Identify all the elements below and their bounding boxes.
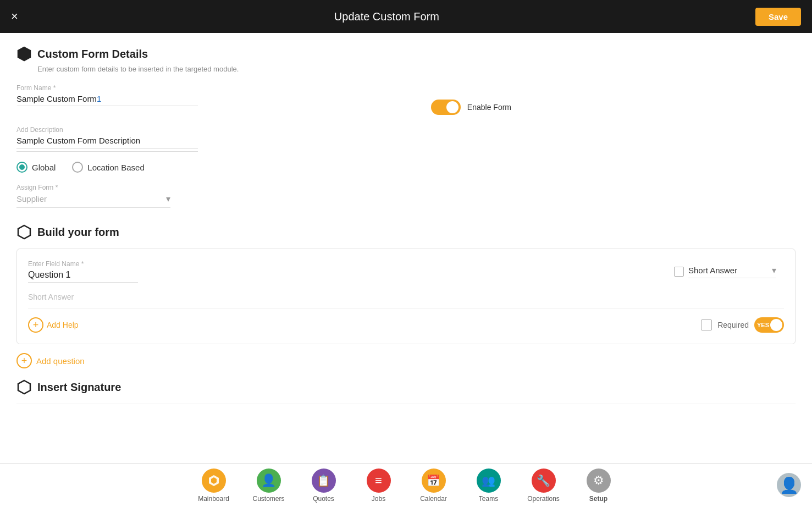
form-name-number: 1 bbox=[97, 94, 101, 103]
nav-label-operations: Operations bbox=[527, 495, 560, 503]
location-radio-group: Global Location Based bbox=[16, 162, 796, 173]
question-top-row: Enter Field Name * Short Answer ▾ bbox=[28, 260, 784, 283]
svg-marker-2 bbox=[18, 381, 30, 394]
user-avatar[interactable]: 👤 bbox=[777, 473, 801, 497]
setup-icon: ⚙ bbox=[587, 469, 611, 493]
nav-label-customers: Customers bbox=[252, 495, 284, 503]
assign-form-group: Assign Form * Supplier ▾ bbox=[16, 184, 796, 208]
customers-icon: 👤 bbox=[257, 469, 281, 493]
mainboard-icon bbox=[202, 469, 226, 493]
add-question-row[interactable]: + Add question bbox=[16, 353, 796, 368]
jobs-icon: ≡ bbox=[367, 469, 391, 493]
question-bottom-row: + Add Help Required YES bbox=[28, 317, 784, 333]
add-help-plus-icon: + bbox=[28, 317, 43, 333]
field-name-group: Enter Field Name * bbox=[28, 260, 665, 283]
bottom-nav: Mainboard 👤 Customers 📋 Quotes ≡ Jobs 📅 … bbox=[0, 463, 812, 507]
nav-item-teams[interactable]: 👥 Teams bbox=[469, 469, 508, 503]
description-value: Sample Custom Form Description bbox=[16, 136, 198, 149]
insert-signature-section: Insert Signature bbox=[16, 379, 796, 404]
nav-label-mainboard: Mainboard bbox=[198, 495, 229, 503]
nav-item-setup[interactable]: ⚙ Setup bbox=[579, 469, 618, 503]
nav-item-mainboard[interactable]: Mainboard bbox=[195, 469, 233, 503]
nav-item-customers[interactable]: 👤 Customers bbox=[250, 469, 288, 503]
nav-label-jobs: Jobs bbox=[372, 495, 385, 503]
required-checkbox[interactable] bbox=[701, 319, 712, 330]
dropdown-arrow-icon: ▾ bbox=[166, 194, 170, 204]
build-form-header: Build your form bbox=[16, 224, 796, 240]
add-question-plus-icon: + bbox=[16, 353, 32, 368]
global-radio-inner bbox=[19, 164, 25, 170]
location-radio-circle bbox=[72, 162, 83, 173]
nav-item-jobs[interactable]: ≡ Jobs bbox=[360, 469, 398, 503]
main-content: Custom Form Details Enter custom form de… bbox=[0, 33, 812, 463]
required-toggle-yes-label: YES bbox=[757, 322, 769, 328]
save-button[interactable]: Save bbox=[755, 8, 801, 26]
nav-item-calendar[interactable]: 📅 Calendar bbox=[415, 469, 453, 503]
build-form-title: Build your form bbox=[37, 226, 119, 239]
enable-form-row: Yes Enable Form bbox=[431, 100, 511, 115]
teams-icon: 👥 bbox=[477, 469, 501, 493]
toggle-thumb bbox=[446, 101, 459, 113]
location-based-label: Location Based bbox=[87, 163, 144, 172]
page-title: Update Custom Form bbox=[18, 10, 755, 23]
nav-label-quotes: Quotes bbox=[313, 495, 334, 503]
toggle-yes-label: Yes bbox=[7, 103, 18, 111]
required-toggle-thumb bbox=[770, 319, 782, 331]
add-help-label: Add Help bbox=[47, 321, 79, 329]
required-toggle[interactable]: YES bbox=[754, 317, 784, 333]
enable-form-label: Enable Form bbox=[467, 103, 511, 112]
field-name-input[interactable] bbox=[28, 270, 138, 283]
answer-type-arrow-icon: ▾ bbox=[772, 265, 776, 275]
nav-label-setup: Setup bbox=[589, 495, 607, 503]
global-radio-circle bbox=[16, 162, 27, 173]
add-help-button[interactable]: + Add Help bbox=[28, 317, 79, 333]
location-based-radio[interactable]: Location Based bbox=[72, 162, 144, 173]
description-group: Add Description Sample Custom Form Descr… bbox=[16, 126, 796, 152]
nav-label-calendar: Calendar bbox=[420, 495, 447, 503]
signature-hexagon-icon bbox=[16, 379, 32, 395]
add-question-label: Add question bbox=[36, 356, 85, 366]
answer-type-checkbox[interactable] bbox=[674, 267, 684, 277]
assign-form-dropdown[interactable]: Supplier ▾ bbox=[16, 194, 170, 208]
calendar-icon: 📅 bbox=[422, 469, 446, 493]
svg-marker-0 bbox=[18, 47, 30, 60]
answer-type-dropdown[interactable]: Short Answer ▾ bbox=[688, 265, 776, 278]
nav-item-operations[interactable]: 🔧 Operations bbox=[524, 469, 563, 503]
question-card: Enter Field Name * Short Answer ▾ Short … bbox=[16, 249, 796, 344]
quotes-icon: 📋 bbox=[312, 469, 336, 493]
custom-form-details-header: Custom Form Details bbox=[16, 46, 796, 62]
form-name-value: Sample Custom Form bbox=[16, 94, 97, 103]
description-label: Add Description bbox=[16, 126, 796, 134]
field-name-label: Enter Field Name * bbox=[28, 260, 665, 268]
close-button[interactable]: × bbox=[11, 10, 18, 23]
assign-form-label: Assign Form * bbox=[16, 184, 796, 191]
build-form-hexagon-icon bbox=[16, 224, 32, 240]
form-name-group: Form Name * Sample Custom Form 1 bbox=[16, 84, 198, 106]
global-radio[interactable]: Global bbox=[16, 162, 56, 173]
nav-item-quotes[interactable]: 📋 Quotes bbox=[305, 469, 343, 503]
required-section: Required YES bbox=[701, 317, 784, 333]
required-label: Required bbox=[717, 321, 749, 329]
form-name-label: Form Name * bbox=[16, 84, 198, 92]
build-form-section: Build your form Enter Field Name * Short… bbox=[16, 224, 796, 368]
short-answer-placeholder: Short Answer bbox=[28, 293, 784, 308]
insert-signature-title: Insert Signature bbox=[37, 381, 121, 394]
header: × Update Custom Form Save bbox=[0, 0, 812, 33]
section-subtitle: Enter custom form details to be inserted… bbox=[37, 65, 796, 73]
assign-form-placeholder: Supplier bbox=[16, 194, 47, 203]
answer-type-text: Short Answer bbox=[688, 266, 737, 275]
hexagon-icon bbox=[16, 46, 32, 62]
section-title-custom-form: Custom Form Details bbox=[37, 48, 148, 60]
svg-marker-1 bbox=[18, 225, 30, 239]
enable-form-toggle[interactable]: Yes bbox=[431, 100, 461, 115]
answer-type-section: Short Answer ▾ bbox=[674, 265, 784, 278]
nav-label-teams: Teams bbox=[479, 495, 498, 503]
global-label: Global bbox=[32, 163, 56, 172]
operations-icon: 🔧 bbox=[532, 469, 556, 493]
